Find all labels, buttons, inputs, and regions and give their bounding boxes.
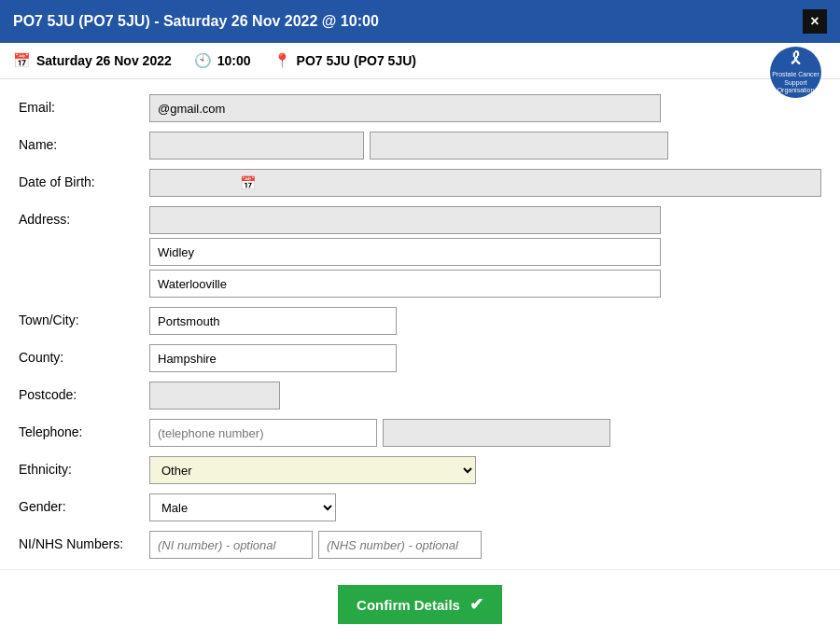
gender-label: Gender: [19,493,149,514]
date-info: 📅 Saturday 26 Nov 2022 [13,52,172,69]
modal-title: PO7 5JU (PO7 5JU) - Saturday 26 Nov 2022… [13,13,379,30]
dob-wrapper: 📅 [149,169,821,197]
name-row: Name: [19,132,821,160]
telephone-input[interactable] [149,419,377,447]
location-icon: 📍 [273,52,291,69]
calendar-icon: 📅 [13,52,31,69]
postcode-input[interactable] [149,382,280,410]
dob-label: Date of Birth: [19,169,149,189]
ethnicity-fields: Other White British White Irish Asian or… [149,456,821,484]
address-line2-input[interactable] [149,238,661,266]
town-input[interactable] [149,307,397,335]
logo-circle: 🎗 Prostate Cancer Support Organisation [770,47,821,98]
info-bar: 📅 Saturday 26 Nov 2022 🕙 10:00 📍 PO7 5JU… [0,43,840,79]
telephone-label: Telephone: [19,419,149,439]
title-bar: PO7 5JU (PO7 5JU) - Saturday 26 Nov 2022… [0,0,840,43]
ethnicity-label: Ethnicity: [19,456,149,477]
address-line3-input[interactable] [149,270,661,298]
firstname-input[interactable] [149,132,364,160]
telephone-ext-input[interactable] [383,419,610,447]
dob-row: Date of Birth: 📅 [19,169,821,197]
calendar-picker-icon[interactable]: 📅 [234,175,261,190]
email-row: Email: [19,94,821,122]
address-row: Address: [19,206,821,298]
telephone-row: Telephone: [19,419,821,447]
ni-nhs-fields [149,531,821,559]
nhs-input[interactable] [318,531,482,559]
dob-fields: 📅 [149,169,821,197]
time-info: 🕙 10:00 [194,52,251,69]
ethnicity-select[interactable]: Other White British White Irish Asian or… [149,456,476,484]
telephone-fields [149,419,821,447]
name-fields [149,132,821,160]
gender-fields: Male Female Other Prefer not to say [149,493,821,521]
address-line1-input[interactable] [149,206,661,234]
ribbon-icon: 🎗 [788,49,805,69]
location-text: PO7 5JU (PO7 5JU) [297,53,416,68]
time-text: 10:00 [217,53,251,68]
footer: Confirm Details ✔ [0,569,840,639]
postcode-fields [149,382,821,410]
confirm-label: Confirm Details [357,597,460,613]
ni-nhs-label: NI/NHS Numbers: [19,531,149,551]
postcode-row: Postcode: [19,382,821,410]
dob-input[interactable] [150,170,234,196]
ni-input[interactable] [149,531,313,559]
town-row: Town/City: [19,307,821,335]
email-label: Email: [19,94,149,115]
ethnicity-row: Ethnicity: Other White British White Iri… [19,456,821,484]
gender-row: Gender: Male Female Other Prefer not to … [19,493,821,521]
lastname-input[interactable] [370,132,668,160]
county-row: County: [19,344,821,372]
gender-select[interactable]: Male Female Other Prefer not to say [149,493,336,521]
check-icon: ✔ [469,594,483,615]
county-input[interactable] [149,344,397,372]
county-fields [149,344,821,372]
town-label: Town/City: [19,307,149,327]
postcode-label: Postcode: [19,382,149,402]
modal-container: PO7 5JU (PO7 5JU) - Saturday 26 Nov 2022… [0,0,840,639]
name-label: Name: [19,132,149,152]
address-label: Address: [19,206,149,227]
ni-nhs-row: NI/NHS Numbers: [19,531,821,559]
town-fields [149,307,821,335]
clock-icon: 🕙 [194,52,212,69]
close-button[interactable]: × [803,9,827,34]
county-label: County: [19,344,149,365]
address-fields [149,206,821,298]
email-input[interactable] [149,94,661,122]
form-content: Email: Name: Date of Birth: 📅 [0,79,840,569]
confirm-button[interactable]: Confirm Details ✔ [338,585,502,624]
email-fields [149,94,821,122]
date-text: Saturday 26 Nov 2022 [36,53,172,68]
location-info: 📍 PO7 5JU (PO7 5JU) [273,52,416,69]
logo-area: 🎗 Prostate Cancer Support Organisation [770,47,821,98]
logo-text: Prostate Cancer Support Organisation [770,71,821,94]
